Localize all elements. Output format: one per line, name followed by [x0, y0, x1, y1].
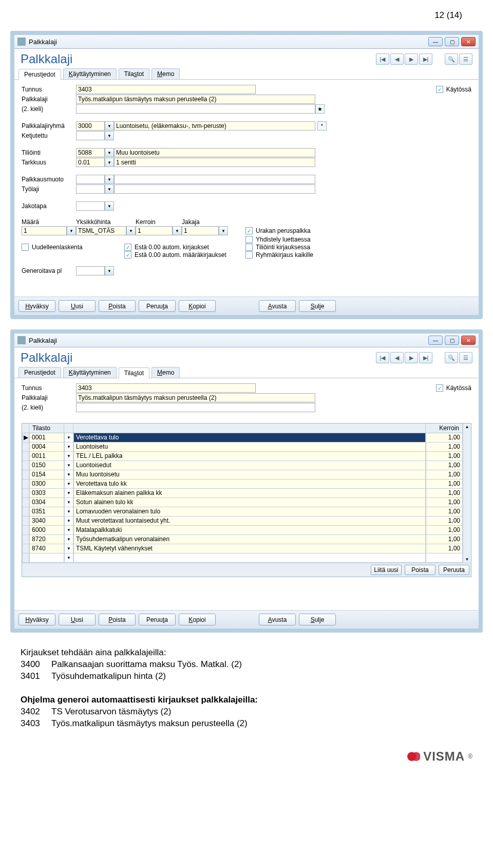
nav-next-icon[interactable]: ▶ [405, 352, 418, 363]
field-palkkausmuoto[interactable] [76, 175, 105, 184]
table-row[interactable]: 0011▼TEL / LEL palkka1,00 [22, 452, 463, 461]
yksikko-dropdown-icon[interactable]: ▼ [126, 226, 136, 235]
checkbox-ryhma[interactable] [245, 251, 253, 258]
close-button[interactable]: ✕ [461, 37, 476, 46]
tiliointi-dropdown-icon[interactable]: ▼ [105, 148, 114, 157]
field-kieli[interactable] [76, 104, 315, 114]
app-icon [17, 38, 26, 46]
field-tunnus[interactable]: 3403 [76, 383, 256, 393]
table-row[interactable]: ▶0001▼Verotettava tulo1,00 [22, 433, 463, 442]
tab-käyttäytyminen[interactable]: Käyttäytyminen [63, 367, 117, 378]
table-row[interactable]: 0004▼Luontoisetu1,00 [22, 442, 463, 452]
checkbox-esta-maara[interactable] [124, 251, 131, 258]
checkbox-urakan[interactable] [245, 227, 253, 234]
table-row[interactable]: 0304▼Sotun alainen tulo kk1,00 [22, 498, 463, 507]
table-row[interactable]: 0150▼Luontoisedut1,00 [22, 461, 463, 470]
field-generoitava[interactable] [76, 266, 105, 275]
peruuta-button[interactable]: Peruuta [139, 300, 176, 312]
field-jakaja[interactable]: 1 [182, 226, 219, 235]
ketjutettu-dropdown-icon[interactable]: ▼ [105, 131, 114, 140]
nav-first-icon[interactable]: |◀ [376, 53, 389, 65]
jakotapa-dropdown-icon[interactable]: ▼ [105, 201, 114, 211]
maximize-button[interactable]: ▢ [445, 37, 459, 46]
table-row[interactable]: 0351▼Lomavuoden veronalainen tulo1,00 [22, 507, 463, 516]
maximize-button[interactable]: ▢ [445, 336, 459, 345]
poista-button[interactable]: Poista [99, 300, 136, 312]
plryhma-dropdown-icon[interactable]: ▼ [105, 121, 114, 131]
checkbox-uudelleen[interactable] [22, 244, 29, 251]
nav-prev-icon[interactable]: ◀ [390, 53, 404, 65]
uusi-button[interactable]: Uusi [59, 614, 96, 625]
table-row[interactable]: 0300▼Verotettava tulo kk1,00 [22, 479, 463, 489]
palkkausmuoto-dropdown-icon[interactable]: ▼ [105, 175, 114, 184]
peruuta-button[interactable]: Peruuta [139, 614, 176, 625]
kerroin-dropdown-icon[interactable]: ▼ [173, 226, 182, 235]
star-button[interactable]: * [317, 121, 327, 131]
nav-prev-icon[interactable]: ◀ [390, 352, 404, 363]
field-kerroin[interactable]: 1 [136, 226, 173, 235]
table-row[interactable]: 8720▼Työsuhdematkalipun veronalainen1,00 [22, 535, 463, 544]
avusta-button[interactable]: Avusta [259, 300, 296, 312]
generoitava-dropdown-icon[interactable]: ▼ [105, 266, 114, 275]
field-maara[interactable]: 1 [22, 226, 67, 235]
nav-last-icon[interactable]: ▶| [419, 53, 432, 65]
checkbox-esta-kirj[interactable] [124, 244, 131, 251]
jakaja-dropdown-icon[interactable]: ▼ [219, 226, 228, 235]
field-tyolaji[interactable] [76, 184, 105, 194]
hyväksy-button[interactable]: Hyväksy [18, 300, 55, 312]
scrollbar[interactable]: ▲▼ [463, 423, 471, 563]
poista-button[interactable]: Poista [99, 614, 136, 625]
minimize-button[interactable]: — [428, 336, 443, 345]
checkbox-kaytossa[interactable] [436, 86, 443, 93]
minimize-button[interactable]: — [428, 37, 443, 46]
uusi-button[interactable]: Uusi [59, 300, 96, 312]
avusta-button[interactable]: Avusta [259, 614, 296, 625]
list-icon[interactable]: ☰ [459, 53, 472, 65]
tab-memo[interactable]: Memo [151, 367, 180, 378]
table-row[interactable]: 0154▼Muu luontoisetu1,00 [22, 470, 463, 479]
close-button[interactable]: ✕ [461, 336, 476, 345]
checkbox-tiliointi-kirj[interactable] [245, 244, 253, 251]
tyolaji-dropdown-icon[interactable]: ▼ [105, 184, 114, 194]
table-row[interactable]: 6000▼Matalapalkkatuki1,00 [22, 526, 463, 535]
hyväksy-button[interactable]: Hyväksy [18, 614, 55, 625]
field-kieli[interactable] [76, 403, 315, 412]
find-icon[interactable]: 🔍 [445, 53, 458, 65]
tab-tilastot[interactable]: Tilastot [119, 367, 149, 378]
sulje-button[interactable]: Sulje [299, 614, 336, 625]
kopioi-button[interactable]: Kopioi [179, 614, 216, 625]
field-palkkalaji[interactable]: Työs.matkalipun täsmäytys maksun peruste… [76, 95, 315, 104]
liita-uusi-button[interactable]: Liitä uusi [371, 565, 402, 575]
field-ketjutettu[interactable] [76, 131, 105, 140]
tarkkuus-dropdown-icon[interactable]: ▼ [105, 158, 114, 167]
find-icon[interactable]: 🔍 [445, 352, 458, 363]
sulje-button[interactable]: Sulje [299, 300, 336, 312]
field-palkkalaji[interactable]: Työs.matkalipun täsmäytys maksun peruste… [76, 393, 315, 402]
table-row[interactable]: 8740▼TSML Käytetyt vähennykset1,00 [22, 544, 463, 553]
peruuta-button[interactable]: Peruuta [439, 565, 469, 575]
tab-käyttäytyminen[interactable]: Käyttäytyminen [63, 68, 117, 79]
kopioi-button[interactable]: Kopioi [179, 300, 216, 312]
tab-memo[interactable]: Memo [151, 68, 180, 79]
tab-tilastot[interactable]: Tilastot [119, 68, 149, 79]
tab-perustiedot[interactable]: Perustiedot [18, 69, 61, 80]
table-row[interactable]: 0303▼Eläkemaksun alainen palkka kk1,00 [22, 489, 463, 498]
table-row[interactable]: 3040▼Muut verotettavat luontaisedut yht.… [22, 516, 463, 526]
field-yksikko[interactable]: TSML_OTÄS [76, 226, 126, 235]
nav-next-icon[interactable]: ▶ [405, 53, 418, 65]
checkbox-yhdistely[interactable] [245, 236, 253, 243]
field-plryhma-code[interactable]: 3000 [76, 121, 105, 131]
maara-dropdown-icon[interactable]: ▼ [67, 226, 76, 235]
field-palkkausmuoto-text [114, 175, 315, 184]
field-jakotapa[interactable] [76, 201, 105, 211]
nav-last-icon[interactable]: ▶| [419, 352, 432, 363]
tab-perustiedot[interactable]: Perustiedot [18, 367, 61, 378]
star-button[interactable]: ★ [315, 104, 325, 114]
field-tiliointi-code[interactable]: 5088 [76, 148, 105, 157]
field-tunnus[interactable]: 3403 [76, 85, 256, 94]
nav-first-icon[interactable]: |◀ [376, 352, 389, 363]
checkbox-kaytossa[interactable] [436, 384, 443, 392]
list-icon[interactable]: ☰ [459, 352, 472, 363]
field-tarkkuus-code[interactable]: 0.01 [76, 158, 105, 167]
poista-button[interactable]: Poista [405, 565, 435, 575]
